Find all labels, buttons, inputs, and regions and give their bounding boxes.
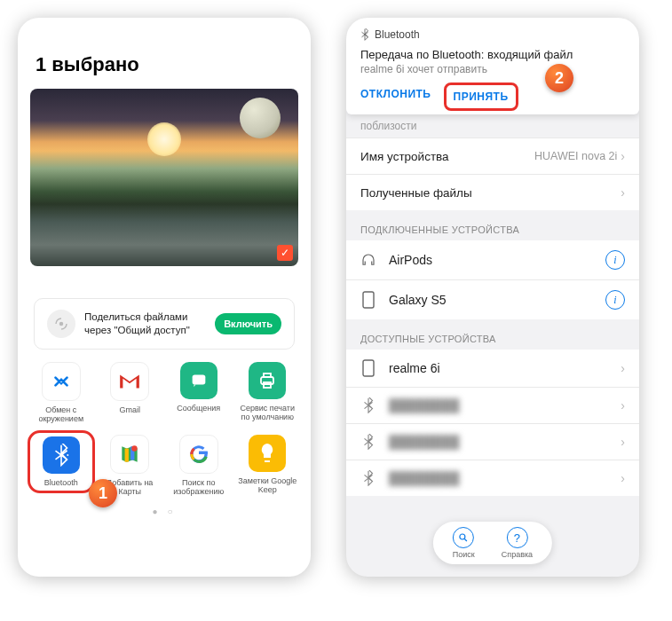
dialog-body: Передача по Bluetooth: входящий файл <box>360 48 625 61</box>
gmail-icon <box>118 373 141 390</box>
svg-point-6 <box>67 454 68 456</box>
share-image-search[interactable]: Поиск по изображению <box>168 435 230 497</box>
selection-checkmark[interactable]: ✓ <box>277 245 293 261</box>
svg-point-5 <box>65 450 67 452</box>
nearby-share-text: Поделиться файлами через "Общий доступ" <box>84 310 206 337</box>
svg-rect-3 <box>264 373 271 377</box>
device-blurred[interactable]: ████████ › <box>346 423 639 460</box>
bluetooth-icon <box>52 444 70 467</box>
bluetooth-icon <box>360 434 376 450</box>
help-icon: ? <box>506 527 527 548</box>
share-messages[interactable]: Сообщения <box>168 362 230 424</box>
help-button[interactable]: ? Справка <box>502 527 533 559</box>
received-files-row[interactable]: Полученные файлы › <box>346 174 639 210</box>
headphones-icon <box>360 252 376 268</box>
device-blurred[interactable]: ████████ › <box>346 387 639 423</box>
chevron-right-icon: › <box>621 185 625 200</box>
phone-right: Bluetooth Передача по Bluetooth: входящи… <box>346 18 639 577</box>
chevron-right-icon: › <box>621 398 625 413</box>
svg-point-7 <box>65 459 67 460</box>
device-blurred[interactable]: ████████ › <box>346 460 639 496</box>
page-dots: ● ○ <box>18 501 311 522</box>
chevron-right-icon: › <box>621 471 625 485</box>
keep-icon <box>259 443 275 464</box>
svg-rect-10 <box>363 360 374 376</box>
device-name-label: Имя устройства <box>360 150 449 163</box>
search-button[interactable]: Поиск <box>453 527 475 559</box>
maps-icon <box>118 443 141 466</box>
svg-point-11 <box>460 534 465 539</box>
bluetooth-icon <box>360 397 376 413</box>
share-bluetooth[interactable]: Bluetooth <box>30 435 92 497</box>
bluetooth-icon <box>360 470 376 486</box>
svg-rect-1 <box>192 375 205 385</box>
google-icon <box>187 443 210 466</box>
svg-rect-4 <box>264 382 271 388</box>
sun-graphic <box>147 122 181 156</box>
device-realme[interactable]: realme 6i › <box>346 350 639 387</box>
chevron-right-icon: › <box>621 435 625 449</box>
bottom-toolbar: Поиск ? Справка <box>433 522 552 564</box>
search-icon <box>453 527 474 548</box>
nearby-share-icon <box>47 310 75 338</box>
moon-graphic <box>240 98 281 138</box>
info-icon[interactable]: i <box>605 250 625 270</box>
connected-header: ПОДКЛЮЧЕННЫЕ УСТРОЙСТВА <box>346 210 639 240</box>
share-row-1: Обмен с окружением Gmail Сообщения Серви… <box>18 350 311 429</box>
received-files-label: Полученные файлы <box>360 186 472 200</box>
proximity-label: поблизости <box>346 114 639 138</box>
available-header: ДОСТУПНЫЕ УСТРОЙСТВА <box>346 319 639 350</box>
chat-icon <box>189 371 209 390</box>
decline-button[interactable]: ОТКЛОНИТЬ <box>360 88 431 106</box>
svg-rect-9 <box>363 292 374 308</box>
phone-icon <box>360 291 376 309</box>
share-print[interactable]: Сервис печати по умолчанию <box>236 362 298 424</box>
share-nearby[interactable]: Обмен с окружением <box>30 362 92 424</box>
callout-1: 1 <box>89 479 117 507</box>
dialog-title: Bluetooth <box>360 28 625 41</box>
share-gmail[interactable]: Gmail <box>99 362 161 424</box>
print-icon <box>257 370 278 391</box>
enable-button[interactable]: Включить <box>215 313 281 334</box>
share-row-2: Bluetooth Добавить на Карты Поиск по изо… <box>18 429 311 502</box>
nearby-icon <box>50 370 73 393</box>
chevron-right-icon: › <box>621 149 625 163</box>
selected-image[interactable]: ✓ <box>30 89 298 266</box>
device-airpods[interactable]: AirPods i <box>346 240 639 279</box>
accept-button[interactable]: ПРИНЯТЬ <box>454 90 509 103</box>
dialog-actions: ОТКЛОНИТЬ ПРИНЯТЬ <box>360 88 625 114</box>
nearby-share-card: Поделиться файлами через "Общий доступ" … <box>34 298 295 350</box>
callout-2: 2 <box>545 64 573 92</box>
device-galaxy[interactable]: Galaxy S5 i <box>346 279 639 319</box>
svg-point-0 <box>59 322 64 326</box>
phone-icon <box>360 359 376 377</box>
svg-point-8 <box>131 445 138 452</box>
device-name-row[interactable]: Имя устройства HUAWEI nova 2i› <box>346 138 639 174</box>
bt-incoming-dialog: Bluetooth Передача по Bluetooth: входящи… <box>346 18 639 114</box>
share-keep[interactable]: Заметки Google Keep <box>236 435 298 497</box>
selection-title: 1 выбрано <box>18 18 311 89</box>
phone-left: 1 выбрано ✓ Поделиться файлами через "Об… <box>18 18 311 577</box>
bluetooth-small-icon <box>360 28 369 41</box>
dialog-subtitle: realme 6i хочет отправить <box>360 63 625 75</box>
chevron-right-icon: › <box>621 361 625 375</box>
info-icon[interactable]: i <box>605 290 625 310</box>
